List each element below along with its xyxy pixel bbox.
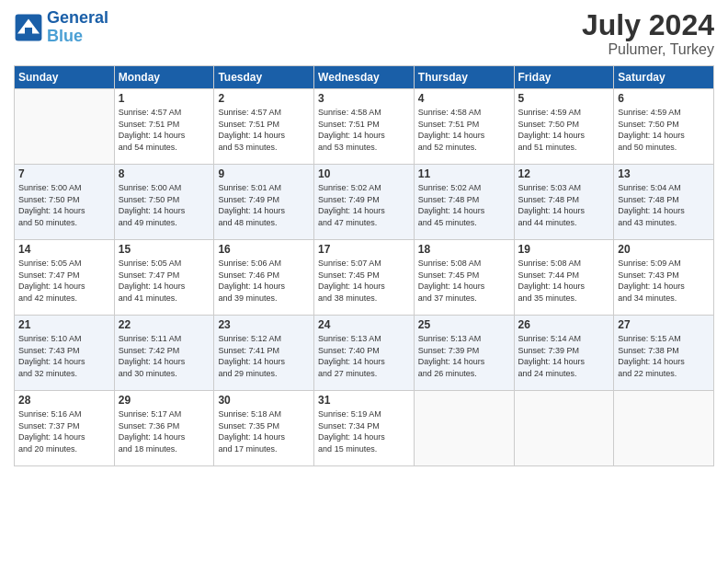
logo-icon [14,13,43,42]
day-info: Sunrise: 5:00 AMSunset: 7:50 PMDaylight:… [119,182,210,228]
day-number: 22 [119,318,210,331]
day-info: Sunrise: 4:58 AMSunset: 7:51 PMDaylight:… [318,107,410,153]
day-number: 4 [418,92,510,105]
day-info: Sunrise: 5:00 AMSunset: 7:50 PMDaylight:… [18,182,110,228]
day-cell: 2Sunrise: 4:57 AMSunset: 7:51 PMDaylight… [214,89,314,165]
day-number: 28 [18,394,110,407]
day-cell: 14Sunrise: 5:05 AMSunset: 7:47 PMDayligh… [15,240,115,316]
day-number: 1 [119,92,210,105]
day-cell: 30Sunrise: 5:18 AMSunset: 7:35 PMDayligh… [214,391,314,466]
weekday-header-thursday: Thursday [414,66,514,89]
day-info: Sunrise: 5:01 AMSunset: 7:49 PMDaylight:… [218,182,310,228]
day-info: Sunrise: 5:05 AMSunset: 7:47 PMDaylight:… [119,258,210,304]
day-cell: 18Sunrise: 5:08 AMSunset: 7:45 PMDayligh… [414,240,514,316]
svg-rect-2 [25,28,32,35]
day-cell: 6Sunrise: 4:59 AMSunset: 7:50 PMDaylight… [614,89,714,165]
day-cell [414,391,514,466]
week-row-4: 21Sunrise: 5:10 AMSunset: 7:43 PMDayligh… [15,316,714,391]
day-cell: 11Sunrise: 5:02 AMSunset: 7:48 PMDayligh… [414,165,514,240]
day-cell: 26Sunrise: 5:14 AMSunset: 7:39 PMDayligh… [514,316,614,391]
day-number: 13 [618,167,710,180]
day-info: Sunrise: 5:18 AMSunset: 7:35 PMDaylight:… [218,408,310,454]
day-cell: 10Sunrise: 5:02 AMSunset: 7:49 PMDayligh… [314,165,415,240]
day-number: 3 [318,92,410,105]
day-info: Sunrise: 5:02 AMSunset: 7:49 PMDaylight:… [318,182,410,228]
weekday-header-row: SundayMondayTuesdayWednesdayThursdayFrid… [15,66,714,89]
month-year: July 2024 [582,9,714,41]
day-info: Sunrise: 5:19 AMSunset: 7:34 PMDaylight:… [318,408,410,454]
day-info: Sunrise: 5:04 AMSunset: 7:48 PMDaylight:… [618,182,710,228]
day-info: Sunrise: 5:16 AMSunset: 7:37 PMDaylight:… [18,408,110,454]
day-info: Sunrise: 5:13 AMSunset: 7:40 PMDaylight:… [318,333,410,379]
day-cell: 13Sunrise: 5:04 AMSunset: 7:48 PMDayligh… [614,165,714,240]
day-info: Sunrise: 5:08 AMSunset: 7:44 PMDaylight:… [518,258,610,304]
day-number: 23 [218,318,310,331]
day-info: Sunrise: 4:59 AMSunset: 7:50 PMDaylight:… [518,107,610,153]
calendar-table: SundayMondayTuesdayWednesdayThursdayFrid… [14,65,714,466]
day-number: 5 [518,92,610,105]
day-info: Sunrise: 5:13 AMSunset: 7:39 PMDaylight:… [418,333,510,379]
day-number: 8 [119,167,210,180]
weekday-header-saturday: Saturday [614,66,714,89]
day-cell: 4Sunrise: 4:58 AMSunset: 7:51 PMDaylight… [414,89,514,165]
day-cell: 19Sunrise: 5:08 AMSunset: 7:44 PMDayligh… [514,240,614,316]
day-cell: 29Sunrise: 5:17 AMSunset: 7:36 PMDayligh… [114,391,214,466]
logo-line1: General [47,8,108,27]
day-number: 17 [318,243,410,256]
day-cell [514,391,614,466]
weekday-header-tuesday: Tuesday [214,66,314,89]
day-cell: 21Sunrise: 5:10 AMSunset: 7:43 PMDayligh… [15,316,115,391]
day-number: 30 [218,394,310,407]
day-info: Sunrise: 5:14 AMSunset: 7:39 PMDaylight:… [518,333,610,379]
day-info: Sunrise: 5:02 AMSunset: 7:48 PMDaylight:… [418,182,510,228]
location: Pulumer, Turkey [582,41,714,58]
day-cell: 25Sunrise: 5:13 AMSunset: 7:39 PMDayligh… [414,316,514,391]
day-number: 16 [218,243,310,256]
day-cell: 16Sunrise: 5:06 AMSunset: 7:46 PMDayligh… [214,240,314,316]
day-cell: 8Sunrise: 5:00 AMSunset: 7:50 PMDaylight… [114,165,214,240]
day-number: 6 [618,92,710,105]
day-number: 25 [418,318,510,331]
title-block: July 2024 Pulumer, Turkey [582,9,714,58]
day-cell [15,89,115,165]
day-cell: 28Sunrise: 5:16 AMSunset: 7:37 PMDayligh… [15,391,115,466]
day-number: 7 [18,167,110,180]
day-cell: 31Sunrise: 5:19 AMSunset: 7:34 PMDayligh… [314,391,415,466]
logo-text: General Blue [47,9,108,46]
day-cell: 24Sunrise: 5:13 AMSunset: 7:40 PMDayligh… [314,316,415,391]
day-cell: 12Sunrise: 5:03 AMSunset: 7:48 PMDayligh… [514,165,614,240]
day-cell: 22Sunrise: 5:11 AMSunset: 7:42 PMDayligh… [114,316,214,391]
day-number: 21 [18,318,110,331]
day-cell: 17Sunrise: 5:07 AMSunset: 7:45 PMDayligh… [314,240,415,316]
day-info: Sunrise: 5:03 AMSunset: 7:48 PMDaylight:… [518,182,610,228]
day-cell: 27Sunrise: 5:15 AMSunset: 7:38 PMDayligh… [614,316,714,391]
logo: General Blue [14,9,108,46]
day-info: Sunrise: 5:17 AMSunset: 7:36 PMDaylight:… [119,408,210,454]
logo-line2: Blue [47,27,83,45]
weekday-header-wednesday: Wednesday [314,66,415,89]
day-number: 9 [218,167,310,180]
day-cell: 9Sunrise: 5:01 AMSunset: 7:49 PMDaylight… [214,165,314,240]
day-number: 10 [318,167,410,180]
day-info: Sunrise: 5:11 AMSunset: 7:42 PMDaylight:… [119,333,210,379]
day-info: Sunrise: 4:57 AMSunset: 7:51 PMDaylight:… [218,107,310,153]
day-info: Sunrise: 5:09 AMSunset: 7:43 PMDaylight:… [618,258,710,304]
day-number: 29 [119,394,210,407]
day-info: Sunrise: 5:10 AMSunset: 7:43 PMDaylight:… [18,333,110,379]
day-number: 18 [418,243,510,256]
day-info: Sunrise: 4:58 AMSunset: 7:51 PMDaylight:… [418,107,510,153]
day-cell: 15Sunrise: 5:05 AMSunset: 7:47 PMDayligh… [114,240,214,316]
week-row-2: 7Sunrise: 5:00 AMSunset: 7:50 PMDaylight… [15,165,714,240]
weekday-header-monday: Monday [114,66,214,89]
day-number: 19 [518,243,610,256]
day-info: Sunrise: 5:07 AMSunset: 7:45 PMDaylight:… [318,258,410,304]
week-row-1: 1Sunrise: 4:57 AMSunset: 7:51 PMDaylight… [15,89,714,165]
day-cell: 5Sunrise: 4:59 AMSunset: 7:50 PMDaylight… [514,89,614,165]
day-number: 27 [618,318,710,331]
day-cell: 3Sunrise: 4:58 AMSunset: 7:51 PMDaylight… [314,89,415,165]
day-cell: 7Sunrise: 5:00 AMSunset: 7:50 PMDaylight… [15,165,115,240]
day-cell: 20Sunrise: 5:09 AMSunset: 7:43 PMDayligh… [614,240,714,316]
weekday-header-friday: Friday [514,66,614,89]
day-info: Sunrise: 5:15 AMSunset: 7:38 PMDaylight:… [618,333,710,379]
day-info: Sunrise: 4:57 AMSunset: 7:51 PMDaylight:… [119,107,210,153]
